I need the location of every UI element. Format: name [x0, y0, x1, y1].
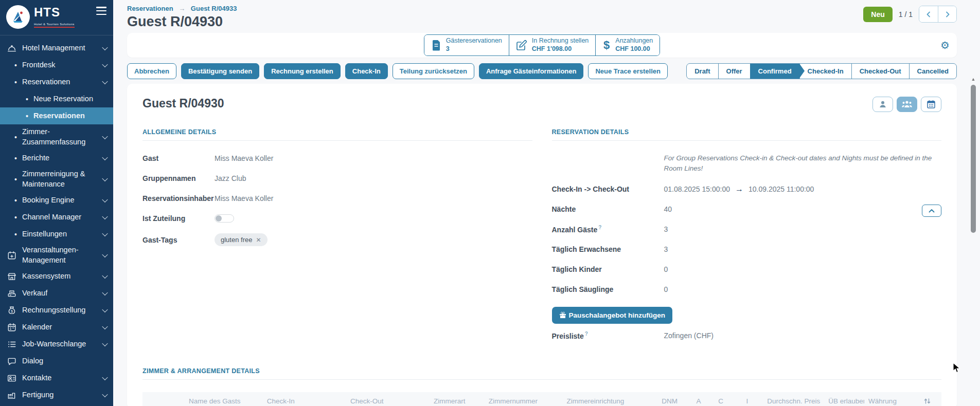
sidebar-item-frontdesk[interactable]: Frontdesk: [0, 57, 113, 73]
storefront-icon: [7, 272, 16, 281]
document-icon: [431, 40, 441, 51]
collapse-section-button[interactable]: [922, 205, 941, 217]
sidebar-item-berichte[interactable]: Berichte: [0, 150, 113, 167]
gruppennamen-value[interactable]: Jazz Club: [215, 174, 246, 182]
field-taeglich-saeuglinge: Täglich Säuglinge 0: [552, 285, 942, 294]
stat-in-rechnung-stellen[interactable]: In Rechnung stellen CHF 1'098.00: [509, 35, 596, 55]
bestaetigung-senden-button[interactable]: Bestätigung senden: [181, 63, 259, 79]
status-offer[interactable]: Offer: [718, 64, 750, 79]
sidebar-item-rechnungsstellung[interactable]: $ Rechnungsstellung: [0, 302, 113, 319]
brand: HTS Hotel & Tourism Solutions: [34, 6, 75, 28]
abbrechen-button[interactable]: Abbrechen: [127, 63, 176, 79]
cloche-icon: [7, 44, 16, 53]
chevron-down-icon: [102, 273, 108, 279]
col-zimmereinrichtung: Zimmereinrichtung: [562, 392, 651, 406]
neue-trace-erstellen-button[interactable]: Neue Trace erstellen: [588, 63, 667, 79]
chevron-down-icon: [102, 290, 108, 296]
sidebar-item-channel-manager[interactable]: Channel Manager: [0, 209, 113, 226]
sidebar-item-zimmerreinigung[interactable]: Zimmerreinigung & Maintenance: [0, 167, 113, 192]
saeuglinge-value[interactable]: 0: [664, 285, 668, 293]
col-dnm: DNM: [651, 392, 688, 406]
preisliste-value[interactable]: Zofingen (CHF): [664, 331, 714, 340]
settings-gear-icon[interactable]: ⚙: [940, 40, 950, 50]
breadcrumb-guest-link[interactable]: Guest R/04933: [191, 5, 237, 12]
col-preis: Durchschn. Preis: [762, 392, 824, 406]
sidebar-item-kalender[interactable]: Kalender: [0, 319, 113, 336]
calendar-view-button[interactable]: [921, 97, 941, 112]
sidebar-item-mitarbeiter[interactable]: Mitarbeiter: [0, 403, 113, 406]
breadcrumb-reservationen-link[interactable]: Reservationen: [127, 5, 173, 12]
single-guest-view-button[interactable]: [872, 97, 893, 112]
sort-icon[interactable]: [923, 397, 931, 405]
pager-label: 1 / 1: [899, 10, 913, 19]
stat-anzahlungen[interactable]: $ Anzahlungen CHF 100.00: [595, 35, 660, 55]
action-toolbar: Abbrechen Bestätigung senden Rechnung er…: [127, 63, 957, 79]
status-pipeline: Draft Offer Confirmed Checked-In Checked…: [686, 63, 957, 79]
col-infants: I: [733, 392, 762, 406]
person-icon: [878, 100, 887, 109]
chevron-down-icon: [102, 78, 108, 84]
status-cancelled[interactable]: Cancelled: [909, 64, 956, 79]
allgemeine-details-heading: ALLGEMEINE DETAILS: [142, 128, 532, 141]
gast-value[interactable]: Miss Maeva Koller: [215, 154, 273, 162]
kinder-value[interactable]: 0: [664, 265, 668, 273]
col-checkout: Check-Out: [346, 392, 430, 406]
sidebar-item-kassensystem[interactable]: Kassensystem: [0, 268, 113, 285]
calendar-grid-icon: [926, 100, 936, 109]
ist-zuteilung-toggle[interactable]: [215, 214, 234, 223]
sidebar-item-booking-engine[interactable]: Booking Engine: [0, 192, 113, 209]
list-icon: [7, 340, 16, 349]
sidebar-item-einstellungen[interactable]: Einstellungen: [0, 226, 113, 243]
sidebar-item-kontakte[interactable]: Kontakte: [0, 370, 113, 386]
erwachsene-value[interactable]: 3: [664, 245, 668, 253]
sidebar-item-veranstaltungen-management[interactable]: Veranstaltungen-Management: [0, 243, 113, 268]
status-checked-in[interactable]: Checked-In: [799, 64, 851, 79]
checkout-value[interactable]: 10.09.2025 11:00:00: [749, 185, 814, 193]
next-page-button[interactable]: [938, 6, 956, 22]
sidebar-nav: Hotel Management Frontdesk Reservationen…: [0, 35, 113, 406]
zimmer-arrangement-heading: ZIMMER & ARRANGEMENT DETAILS: [142, 367, 941, 380]
stat-gaestereservationen[interactable]: Gästereservationen 3: [424, 35, 509, 55]
breadcrumb-arrow-icon: →: [179, 5, 185, 12]
sidebar-item-reservationen[interactable]: Reservationen: [0, 73, 113, 90]
status-draft[interactable]: Draft: [687, 64, 718, 79]
sidebar-item-fertigung[interactable]: Fertigung: [0, 386, 113, 403]
reservationsinhaber-value[interactable]: Miss Maeva Koller: [215, 194, 273, 202]
anfrage-gaesteinformationen-button[interactable]: Anfrage Gästeinformationen: [479, 63, 584, 79]
sidebar-item-job-warteschlange[interactable]: Job-Warteschlange: [0, 336, 113, 353]
sidebar-item-neue-reservation[interactable]: Neue Reservation: [0, 90, 113, 107]
sidebar-item-zimmer-zusammenfassung[interactable]: Zimmer-Zusammenfassung: [0, 124, 113, 150]
new-button[interactable]: Neu: [863, 7, 892, 22]
svg-text:$: $: [603, 39, 610, 51]
teilung-zuruecksetzen-button[interactable]: Teilung zurücksetzen: [393, 63, 474, 79]
table-header-row: Name des Gasts Check-In Check-Out Zimmer…: [142, 392, 941, 406]
chevron-down-icon: [102, 252, 108, 257]
scrollbar[interactable]: [970, 77, 976, 233]
calendar-plus-icon: [7, 251, 16, 260]
col-name: Name des Gasts: [185, 392, 263, 406]
sidebar-item-hotel-management[interactable]: Hotel Management: [0, 40, 113, 57]
prev-page-button[interactable]: [919, 6, 938, 22]
checkin-value[interactable]: 01.08.2025 15:00:00: [664, 185, 730, 193]
field-gast: Gast Miss Maeva Koller: [142, 153, 532, 163]
status-confirmed[interactable]: Confirmed: [750, 64, 799, 79]
field-taeglich-kinder: Täglich Kinder 0: [552, 265, 942, 274]
group-view-button[interactable]: [897, 97, 917, 112]
sidebar-item-dialog[interactable]: Dialog: [0, 353, 113, 370]
field-gast-tags: Gast-Tags gluten free ✕: [142, 233, 532, 246]
scrollbar-up-arrow-icon[interactable]: [971, 77, 976, 82]
reservation-title: Guest R/04930: [142, 97, 224, 110]
pauschalangebot-hinzufuegen-button[interactable]: Pauschalangebot hinzufügen: [552, 307, 673, 324]
hamburger-menu-icon[interactable]: [96, 7, 106, 15]
scrollbar-thumb[interactable]: [971, 85, 976, 233]
sidebar-item-reservationen-list[interactable]: Reservationen: [0, 107, 113, 124]
chevron-up-icon: [929, 209, 935, 213]
status-checked-out[interactable]: Checked-Out: [851, 64, 909, 79]
gast-tag[interactable]: gluten free ✕: [215, 233, 268, 246]
chevron-down-icon: [102, 392, 108, 397]
rechnung-erstellen-button[interactable]: Rechnung erstellen: [264, 63, 341, 79]
sidebar-item-verkauf[interactable]: Verkauf: [0, 285, 113, 302]
chevron-down-icon: [102, 324, 108, 329]
remove-tag-icon[interactable]: ✕: [256, 236, 261, 244]
check-in-button[interactable]: Check-In: [345, 63, 388, 79]
